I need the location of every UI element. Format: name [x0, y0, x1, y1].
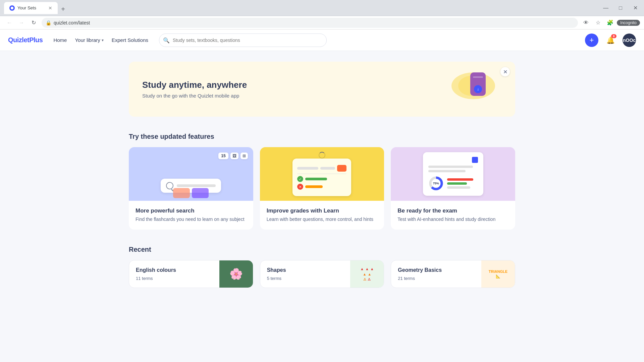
- svg-point-0: [11, 7, 13, 9]
- feature-card-search[interactable]: 15 🖼 ⊞ More powerful searc: [129, 147, 253, 230]
- feature-card-exam-desc: Test with AI-enhanced hints and study di…: [397, 216, 508, 223]
- back-button[interactable]: ←: [4, 17, 15, 28]
- new-tab-button[interactable]: +: [58, 5, 68, 14]
- feature-card-search-title: More powerful search: [136, 207, 247, 214]
- badge-image: 🖼: [230, 153, 238, 159]
- recent-card-geometry-content: Geometry Basics 21 terms: [391, 260, 481, 288]
- tab-bar: Your Sets ✕ +: [4, 2, 598, 14]
- donut-chart: 75%: [428, 176, 444, 191]
- recent-grid: English colours 11 terms Shapes 5 terms …: [129, 260, 515, 288]
- recent-card-shapes[interactable]: Shapes 5 terms ▲ ▲ ▲ ▲ ▲ ⚠ ⚠: [260, 260, 384, 288]
- shapes-row-1: ▲ ▲ ▲: [360, 267, 374, 271]
- close-window-button[interactable]: ✕: [631, 3, 640, 13]
- banner-close-button[interactable]: ✕: [500, 67, 510, 76]
- recent-card-geometry-thumb: TRIANGLE📐: [481, 260, 515, 288]
- banner-text: Study anytime, anywhere Study on the go …: [142, 80, 247, 99]
- nav-home[interactable]: Home: [53, 37, 67, 43]
- recent-card-geometry-terms: 21 terms: [398, 276, 475, 281]
- learn-row-correct: ✓: [297, 176, 346, 182]
- recent-card-english-colours[interactable]: English colours 11 terms: [129, 260, 253, 288]
- nav-expert-solutions[interactable]: Expert Solutions: [112, 37, 148, 43]
- main-content: Study anytime, anywhere Study on the go …: [121, 51, 523, 299]
- search-bar-line: [177, 184, 216, 187]
- doc-icon: [472, 157, 478, 163]
- tab-close-icon[interactable]: ✕: [48, 5, 52, 11]
- geo-text: TRIANGLE📐: [487, 268, 509, 280]
- donut-percent: 75%: [433, 182, 439, 185]
- search-input[interactable]: [159, 34, 327, 47]
- search-mini-cards: [173, 188, 209, 198]
- promo-banner: Study anytime, anywhere Study on the go …: [129, 62, 515, 117]
- badge-grid: ⊞: [240, 153, 248, 159]
- forward-button[interactable]: →: [16, 17, 27, 28]
- shapes-image: ▲ ▲ ▲ ▲ ▲ ⚠ ⚠: [350, 260, 384, 288]
- chevron-down-icon: ▾: [102, 38, 104, 43]
- exam-card: 75%: [423, 152, 483, 196]
- recent-card-geometry[interactable]: Geometry Basics 21 terms TRIANGLE📐: [391, 260, 515, 288]
- flower-image: [219, 260, 253, 288]
- nav-your-library[interactable]: Your library ▾: [75, 37, 103, 43]
- spinner-icon: [319, 152, 325, 159]
- browser-nav-buttons: ← → ↻: [4, 17, 39, 28]
- logo[interactable]: QuizletPlus: [8, 36, 43, 44]
- recent-card-english-thumb: [219, 260, 253, 288]
- browser-actions: 👁 ☆ 🧩 Incognito: [581, 17, 640, 28]
- add-button[interactable]: +: [585, 34, 598, 47]
- tab-favicon: [9, 5, 15, 11]
- incognito-label: Incognito: [617, 20, 640, 26]
- active-tab[interactable]: Your Sets ✕: [4, 2, 58, 14]
- features-section-title: Try these updated features: [129, 133, 515, 140]
- search-badges: 15 🖼 ⊞: [218, 153, 248, 159]
- learn-row-wrong: ✕: [297, 184, 346, 190]
- extensions-icon[interactable]: 🧩: [605, 17, 615, 28]
- feature-card-exam-body: Be ready for the exam Test with AI-enhan…: [391, 201, 515, 230]
- address-input[interactable]: [42, 18, 578, 28]
- address-bar-row: ← → ↻ 🔒 👁 ☆ 🧩 Incognito: [0, 16, 644, 29]
- feature-card-learn-body: Improve grades with Learn Learn with bet…: [260, 201, 384, 230]
- tab-title: Your Sets: [17, 5, 36, 10]
- feature-card-learn-image: ✓ ✕: [260, 147, 384, 201]
- lock-icon: 🔒: [46, 20, 51, 25]
- recent-card-english-content: English colours 11 terms: [129, 260, 219, 288]
- minimize-button[interactable]: —: [601, 3, 610, 13]
- main-nav: Home Your library ▾ Expert Solutions: [53, 37, 148, 43]
- browser-chrome: Your Sets ✕ + — □ ✕: [0, 0, 644, 16]
- exam-bar-list: [447, 178, 478, 189]
- recent-card-geometry-title: Geometry Basics: [398, 267, 475, 273]
- feature-card-learn[interactable]: ✓ ✕ Improve grades with Learn Learn with…: [260, 147, 384, 230]
- recent-card-shapes-terms: 5 terms: [267, 276, 344, 281]
- header-search: 🔍: [159, 34, 327, 47]
- search-circle: [166, 182, 173, 189]
- feature-card-exam[interactable]: 75% Be ready for the exam Test with AI-e…: [391, 147, 515, 230]
- features-grid: 15 🖼 ⊞ More powerful searc: [129, 147, 515, 230]
- geometry-image: TRIANGLE📐: [481, 260, 515, 288]
- feature-card-learn-title: Improve grades with Learn: [267, 207, 378, 214]
- learn-card: ✓ ✕: [292, 159, 351, 196]
- badge-15: 15: [218, 153, 228, 159]
- recent-card-shapes-thumb: ▲ ▲ ▲ ▲ ▲ ⚠ ⚠: [350, 260, 384, 288]
- notification-badge: 8: [611, 34, 616, 38]
- feature-card-exam-image: 75%: [391, 147, 515, 201]
- feature-card-learn-desc: Learn with better questions, more contro…: [267, 216, 378, 223]
- header-actions: + 🔔 8 nOOc: [585, 34, 636, 47]
- eye-icon[interactable]: 👁: [581, 17, 591, 28]
- feature-card-search-body: More powerful search Find the flashcards…: [129, 201, 253, 230]
- banner-illustration: ↓: [448, 72, 502, 106]
- shapes-row-2: ▲ ▲: [363, 272, 371, 276]
- feature-card-search-desc: Find the flashcards you need to learn on…: [136, 216, 247, 223]
- recent-card-shapes-title: Shapes: [267, 267, 344, 273]
- recent-card-english-title: English colours: [136, 267, 213, 273]
- orange-card-icon: [337, 165, 346, 172]
- reload-button[interactable]: ↻: [28, 17, 39, 28]
- recent-card-english-terms: 11 terms: [136, 276, 213, 281]
- feature-card-exam-title: Be ready for the exam: [397, 207, 508, 214]
- star-icon[interactable]: ☆: [593, 17, 603, 28]
- notifications-button[interactable]: 🔔 8: [604, 34, 617, 47]
- app-header: QuizletPlus Home Your library ▾ Expert S…: [0, 29, 644, 51]
- maximize-button[interactable]: □: [616, 3, 625, 13]
- banner-subtitle: Study on the go with the Quizlet mobile …: [142, 93, 247, 99]
- exam-donut-section: 75%: [428, 176, 478, 191]
- address-bar-wrapper: 🔒: [42, 18, 578, 28]
- feature-card-search-image: 15 🖼 ⊞: [129, 147, 253, 201]
- avatar[interactable]: nOOc: [623, 34, 636, 47]
